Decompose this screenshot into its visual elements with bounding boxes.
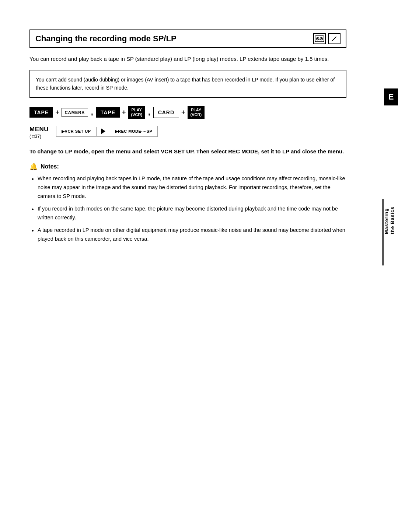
comma-2: , [145,108,153,117]
menu-step-1: ▶VCR SET UP [56,127,97,136]
menu-label: MENU [29,126,49,133]
button-row: TAPE + CAMERA , TAPE + PLAY (VCR) , CARD… [29,106,346,119]
svg-point-4 [321,38,322,39]
page: E Mastering the Basics 21 Changing the r… [0,29,398,532]
content-area: Changing the recording mode SP/LP [29,29,346,244]
notes-label: Notes: [41,163,59,170]
notes-section: 🔔 Notes: When recording and playing back… [29,163,346,243]
menu-ref: ( □37) [29,134,41,139]
header-icons [313,33,341,44]
plus-1: + [53,108,62,116]
svg-line-8 [332,41,332,41]
camera-button: CAMERA [62,108,88,117]
notes-header: 🔔 Notes: [29,163,346,171]
svg-line-6 [332,37,336,41]
side-label: Mastering the Basics [384,206,395,234]
pencil-icon [328,33,341,44]
svg-point-3 [317,38,318,39]
tape-button-1: TAPE [29,107,53,118]
menu-step-arrow [101,128,105,134]
note-item-3: A tape recorded in LP mode on other digi… [29,226,346,244]
menu-left-block: MENU ( □37) [29,126,49,139]
section-title: Changing the recording mode SP/LP [35,34,177,44]
notes-list: When recording and playing back tapes in… [29,174,346,243]
play-vcr-button-1: PLAY (VCR) [128,106,146,119]
chapter-tab: E [384,88,398,105]
play-vcr-button-2: PLAY (VCR) [188,106,205,119]
card-button: CARD [153,107,179,118]
tape-button-2: TAPE [96,107,120,118]
note-item-2: If you record in both modes on the same … [29,205,346,222]
bold-instruction: To change to LP mode, open the menu and … [29,147,346,156]
plus-3: + [179,108,188,116]
tape-icon [313,33,326,44]
section-header: Changing the recording mode SP/LP [29,29,346,48]
note-item-1: When recording and playing back tapes in… [29,174,346,201]
warning-box: You can't add sound (audio dubbing) or i… [29,70,346,98]
menu-steps: ▶VCR SET UP ▶REC MODE····SP [56,126,158,137]
plus-2: + [120,108,128,116]
menu-section: MENU ( □37) ▶VCR SET UP ▶REC MODE····SP [29,126,346,139]
intro-text: You can record and play back a tape in S… [29,55,346,63]
notes-icon: 🔔 [29,163,38,171]
comma-1: , [88,108,96,117]
menu-step-2: ▶REC MODE····SP [110,127,158,136]
